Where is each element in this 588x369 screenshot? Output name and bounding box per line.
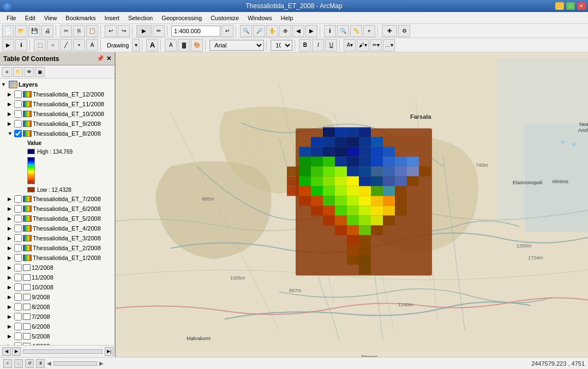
map-area[interactable]: Farsala Nea Anchialos Elasmonopoli Almir… [116,52,588,357]
toc-item-et1[interactable]: ▶ Thessaliotida_ET_1/2008 [0,253,115,263]
gotoXY-btn[interactable]: ⌖ [363,25,375,37]
may-checkbox[interactable] [14,332,22,340]
toc-item-oct[interactable]: ▶ 10/2008 [0,282,115,292]
draw-point-btn[interactable]: • [73,39,85,51]
zoom-in-btn[interactable]: 🔍 [240,25,252,37]
map-pause-btn[interactable]: ⏸ [36,359,45,368]
redo-btn[interactable]: ↪ [118,25,130,37]
et12-checkbox[interactable] [14,90,22,98]
cut-btn[interactable]: ✂ [60,25,72,37]
toc-item-jun[interactable]: ▶ 6/2008 [0,322,115,331]
toc-item-sep[interactable]: ▶ 9/2008 [0,292,115,302]
et6-checkbox[interactable] [14,205,22,213]
toc-item-may[interactable]: ▶ 5/2008 [0,331,115,341]
prev-extent-btn[interactable]: ◀ [292,25,304,37]
et10-expand[interactable]: ▶ [8,111,14,117]
draw-select-btn[interactable]: ▶ [2,39,14,51]
menu-view[interactable]: View [40,14,62,22]
line-color-btn[interactable]: ✏▾ [370,39,382,51]
et11-expand[interactable]: ▶ [8,101,14,107]
toc-scroll-next[interactable]: ▶ [12,347,21,356]
find-btn[interactable]: 🔍 [337,25,349,37]
et10-checkbox[interactable] [14,110,22,118]
layers-expand[interactable]: ▼ [1,82,8,87]
draw-area-btn[interactable]: ⬚ [34,39,46,51]
text-A-btn[interactable]: A [146,39,158,51]
et4-checkbox[interactable] [14,225,22,232]
toc-item-et8[interactable]: ▼ Thessaliotida_ET_8/2008 [0,129,115,138]
select-features-btn[interactable]: ▶ [136,25,152,37]
toc-item-et6[interactable]: ▶ Thessaliotida_ET_6/2008 [0,204,115,214]
add-data-btn[interactable]: ✚ [382,25,397,37]
print-btn[interactable]: 🖨 [41,25,53,37]
scroll-track[interactable] [53,361,97,366]
nov-checkbox[interactable] [14,274,22,281]
et5-checkbox[interactable] [14,215,22,222]
zoom-out-btn[interactable]: 🔎 [253,25,265,37]
et3-checkbox[interactable] [14,234,22,242]
jun-checkbox[interactable] [14,323,22,330]
scale-input[interactable]: 1:400.000 [171,26,220,37]
et8-expand[interactable]: ▼ [8,131,14,136]
toc-item-et3[interactable]: ▶ Thessaliotida_ET_3/2008 [0,233,115,243]
identify-btn[interactable]: ℹ [324,25,336,37]
et1-checkbox[interactable] [14,254,22,262]
next-extent-btn[interactable]: ▶ [305,25,317,37]
toc-item-et4[interactable]: ▶ Thessaliotida_ET_4/2008 [0,223,115,233]
sep-checkbox[interactable] [14,293,22,301]
et12-expand[interactable]: ▶ [8,92,14,97]
copy-btn[interactable]: ⎘ [73,25,85,37]
toc-item-et10[interactable]: ▶ Thessaliotida_ET_10/2008 [0,109,115,119]
toc-item-aug[interactable]: ▶ 8/2008 [0,302,115,312]
toc-item-apr[interactable]: ▶ 4/2008 [0,341,115,345]
draw-text-btn[interactable]: A [86,39,98,51]
edit-btn[interactable]: ✏ [153,25,165,37]
menu-windows[interactable]: Windows [243,14,277,22]
color-picker-btn[interactable]: 🎨 [191,39,203,51]
et9-checkbox[interactable] [14,120,22,128]
underline-btn[interactable]: U [325,39,337,51]
toc-close-btn[interactable]: ✕ [106,55,111,62]
toc-item-et11[interactable]: ▶ Thessaliotida_ET_11/2008 [0,99,115,109]
new-btn[interactable]: 📄 [2,25,14,37]
toc-item-dec[interactable]: ▶ 12/2008 [0,263,115,273]
draw-line-btn[interactable]: ╱ [60,39,72,51]
toc-item-jul[interactable]: ▶ 7/2008 [0,312,115,322]
et11-checkbox[interactable] [14,100,22,108]
open-btn[interactable]: 📂 [15,25,27,37]
drawing-dropdown-btn[interactable]: ▾ [132,39,140,51]
dec-checkbox[interactable] [14,264,22,271]
font-family-select[interactable]: Arial [209,40,264,51]
toc-scroll-prev[interactable]: ◀ [2,347,11,356]
menu-edit[interactable]: Edit [21,14,40,22]
close-btn[interactable]: ✕ [577,2,586,10]
toc-item-et7[interactable]: ▶ Thessaliotida_ET_7/2008 [0,194,115,204]
layers-group[interactable]: ▼ Layers [0,80,115,89]
toc-list-by-source[interactable]: 📁 [13,67,23,77]
menu-insert[interactable]: Insert [100,14,124,22]
map-zoom-in-btn[interactable]: + [3,359,12,368]
more-options-btn[interactable]: …▾ [383,39,395,51]
font-size-select[interactable]: 10 [271,40,292,51]
aug-checkbox[interactable] [14,303,22,311]
et2-checkbox[interactable] [14,244,22,252]
scale-apply-btn[interactable]: ↵ [221,25,233,37]
map-rotate-btn[interactable]: ↺ [25,359,34,368]
bold-btn[interactable]: B [299,39,311,51]
fill-color-btn[interactable]: 🖌▾ [357,39,369,51]
toc-item-et9[interactable]: ▶ Thessaliotida_ET_9/2008 [0,119,115,129]
menu-bookmarks[interactable]: Bookmarks [61,14,100,22]
menu-file[interactable]: File [2,14,21,22]
undo-btn[interactable]: ↩ [105,25,117,37]
maximize-btn[interactable]: □ [566,2,575,10]
toc-list-by-visibility[interactable]: 👁 [24,67,34,77]
toc-item-nov[interactable]: ▶ 11/2008 [0,273,115,282]
oct-checkbox[interactable] [14,283,22,291]
measure-btn[interactable]: 📏 [350,25,362,37]
font-color-btn[interactable]: A▾ [344,39,356,51]
toc-item-et2[interactable]: ▶ Thessaliotida_ET_2/2008 [0,243,115,253]
draw-identify-btn[interactable]: ℹ [15,39,27,51]
jul-checkbox[interactable] [14,313,22,320]
menu-geoprocessing[interactable]: Geoprocessing [157,14,206,22]
arctools-btn[interactable]: ⚙ [398,25,410,37]
